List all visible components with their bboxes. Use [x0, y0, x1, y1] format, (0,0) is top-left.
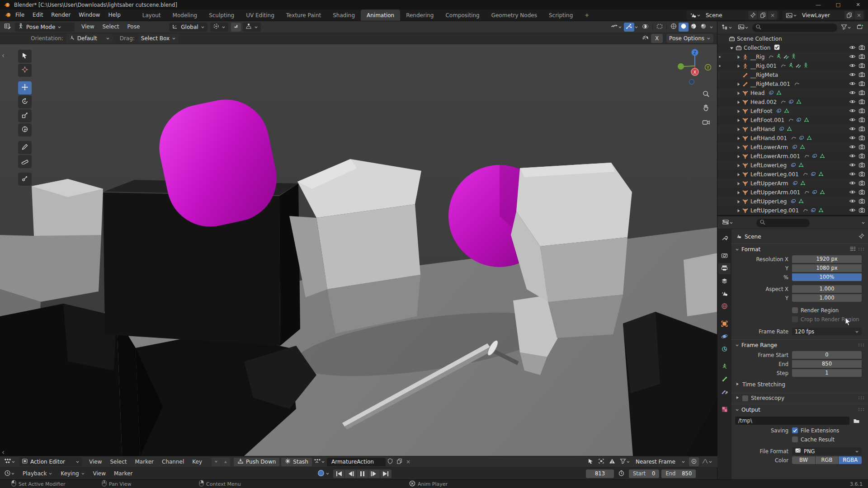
- magnet-snap-toggle[interactable]: [231, 23, 241, 32]
- new-action-button[interactable]: [395, 457, 404, 466]
- jump-to-end-button[interactable]: [380, 469, 392, 478]
- stereoscopy-header[interactable]: Stereoscopy: [731, 393, 868, 403]
- action-name-field[interactable]: ArmatureAction: [327, 458, 386, 466]
- show-hide-dropdown[interactable]: [609, 23, 624, 32]
- viewport-menu-view[interactable]: View: [77, 21, 98, 33]
- orientation-default-dropdown[interactable]: Default: [66, 34, 113, 43]
- outliner-row--rig-001[interactable]: __Rig.001: [717, 61, 868, 70]
- outliner-row--rigmeta[interactable]: __RigMeta: [717, 70, 868, 80]
- outliner-row-leftupperarm-001[interactable]: LeftUpperArm.001: [717, 188, 868, 197]
- menu-file[interactable]: File: [11, 9, 28, 21]
- expand-icon[interactable]: [736, 127, 741, 131]
- snap-frame-dropdown[interactable]: Nearest Frame: [633, 457, 688, 466]
- tool-measure-button[interactable]: [18, 155, 32, 168]
- pin-scene-icon[interactable]: [748, 11, 757, 19]
- new-scene-button[interactable]: [758, 11, 767, 19]
- value-field[interactable]: 850: [792, 360, 862, 368]
- zoom-icon[interactable]: [700, 88, 712, 100]
- outliner-row-leftlowerarm-001[interactable]: LeftLowerArm.001: [717, 152, 868, 161]
- color-mode-rgba[interactable]: RGBA: [839, 456, 862, 464]
- hide-viewport-icon[interactable]: [849, 162, 856, 169]
- hide-viewport-icon[interactable]: [849, 117, 856, 124]
- shading-wireframe-button[interactable]: [669, 23, 679, 32]
- expand-icon[interactable]: [736, 91, 741, 95]
- tool-move-button[interactable]: [18, 81, 32, 94]
- color-mode-bw[interactable]: BW: [792, 456, 815, 464]
- outliner-row-head[interactable]: Head: [717, 89, 868, 98]
- disable-render-icon[interactable]: [859, 189, 865, 196]
- expand-icon[interactable]: [736, 191, 741, 195]
- format-presets-icon[interactable]: [849, 246, 856, 253]
- hide-viewport-icon[interactable]: [849, 207, 856, 214]
- properties-tab-render[interactable]: [718, 250, 731, 262]
- move-channel-up-button[interactable]: [221, 458, 230, 466]
- color-mode-rgb[interactable]: RGB: [816, 456, 839, 464]
- disable-render-icon[interactable]: [859, 198, 865, 205]
- outliner-row-lefthand[interactable]: LeftHand: [717, 125, 868, 134]
- expand-icon[interactable]: [736, 182, 741, 186]
- hide-viewport-icon[interactable]: [849, 63, 856, 70]
- use-preview-range-icon[interactable]: [616, 469, 627, 478]
- proportional-edit-dropdown[interactable]: [243, 23, 261, 32]
- properties-tab-world[interactable]: [718, 301, 731, 312]
- unlink-action-button[interactable]: ×: [404, 457, 412, 466]
- tool-rotate-button[interactable]: [18, 95, 32, 108]
- outliner-filter-button[interactable]: [839, 23, 853, 32]
- disable-render-icon[interactable]: [859, 99, 865, 106]
- hide-viewport-icon[interactable]: [849, 81, 856, 88]
- stop-icon[interactable]: [409, 480, 415, 488]
- timeline-menu-view[interactable]: View: [89, 468, 110, 479]
- tab-scripting[interactable]: Scripting: [543, 9, 579, 21]
- viewport-menu-select[interactable]: Select: [98, 21, 123, 33]
- auto-key-button[interactable]: [316, 469, 330, 479]
- output-path-field[interactable]: /tmp\: [735, 417, 849, 425]
- gizmo-toggle[interactable]: [624, 23, 634, 32]
- panel-collapse-arrow[interactable]: ‹: [2, 450, 5, 455]
- pause-button[interactable]: [357, 469, 368, 478]
- remove-viewlayer-button[interactable]: ×: [854, 11, 863, 19]
- value-field[interactable]: 1.000: [792, 285, 862, 293]
- outliner-row-leftupperleg-001[interactable]: LeftUpperLeg.001: [717, 206, 868, 215]
- tab-compositing[interactable]: Compositing: [439, 9, 485, 21]
- value-field[interactable]: 1.000: [792, 294, 862, 302]
- value-field[interactable]: 0: [792, 351, 862, 359]
- properties-tab-object-data[interactable]: [718, 361, 731, 373]
- toolbar-collapse-arrow[interactable]: ‹: [2, 53, 5, 58]
- disable-render-icon[interactable]: [859, 153, 865, 160]
- tab-animation[interactable]: Animation: [361, 9, 400, 21]
- disable-render-icon[interactable]: [859, 162, 865, 169]
- outliner-filter-mode-button[interactable]: [736, 23, 750, 32]
- outliner-row-leftfoot[interactable]: LeftFoot: [717, 107, 868, 116]
- properties-tab-physics[interactable]: [718, 331, 731, 343]
- mirror-icon[interactable]: [640, 34, 651, 43]
- outliner-row-collection[interactable]: Collection: [717, 43, 868, 52]
- disable-render-icon[interactable]: [859, 90, 865, 97]
- hide-viewport-icon[interactable]: [849, 171, 856, 178]
- menu-render[interactable]: Render: [47, 9, 75, 21]
- hide-viewport-icon[interactable]: [849, 45, 856, 52]
- tool-scale-button[interactable]: [18, 109, 32, 122]
- disable-render-icon[interactable]: [859, 135, 865, 142]
- editor-type-button[interactable]: [2, 23, 13, 32]
- expand-icon[interactable]: [736, 155, 741, 159]
- dopesheet-mode-dropdown[interactable]: Action Editor: [19, 457, 82, 466]
- disable-render-icon[interactable]: [859, 108, 865, 115]
- expand-icon[interactable]: [736, 164, 741, 168]
- outliner-row-scene-collection[interactable]: Scene Collection: [717, 34, 868, 43]
- new-collection-button[interactable]: [855, 23, 866, 32]
- falloff-curve-dropdown[interactable]: [700, 457, 714, 466]
- viewport-menu-pose[interactable]: Pose: [123, 21, 144, 33]
- drag-dots-icon[interactable]: [858, 246, 864, 253]
- expand-icon[interactable]: [736, 100, 741, 104]
- only-selected-icon[interactable]: [586, 457, 595, 466]
- move-channel-down-button[interactable]: [212, 458, 221, 466]
- file-format-dropdown[interactable]: PNG: [792, 447, 862, 455]
- scene-render[interactable]: [0, 21, 717, 456]
- cache-result-checkbox[interactable]: [792, 436, 798, 442]
- expand-icon[interactable]: [736, 136, 741, 141]
- transform-orientation-dropdown[interactable]: Global: [169, 23, 207, 32]
- unlink-scene-button[interactable]: ×: [768, 11, 777, 19]
- tab-rendering[interactable]: Rendering: [400, 9, 439, 21]
- expand-icon[interactable]: [736, 82, 741, 86]
- hide-viewport-icon[interactable]: [849, 180, 856, 187]
